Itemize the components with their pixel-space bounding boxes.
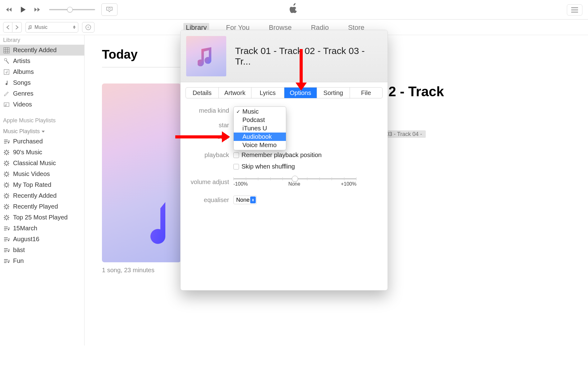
rewind-button[interactable] bbox=[6, 6, 13, 13]
sidebar-purchased[interactable]: Purchased bbox=[0, 136, 84, 147]
tab-details[interactable]: Details bbox=[186, 88, 219, 98]
gear-icon bbox=[3, 203, 10, 210]
playlist-icon bbox=[3, 247, 10, 254]
sidebar-songs[interactable]: Songs bbox=[0, 77, 84, 88]
media-kind-dropdown: ✓Music Podcast iTunes U Audiobook Voice … bbox=[233, 106, 286, 150]
album-icon bbox=[3, 69, 10, 75]
fast-forward-button[interactable] bbox=[33, 6, 40, 13]
range-mid: None bbox=[288, 181, 300, 187]
range-max: +100% bbox=[341, 181, 356, 187]
airplay-button[interactable] bbox=[101, 3, 117, 16]
nav-forward-button[interactable] bbox=[12, 22, 22, 33]
sidebar-august16[interactable]: August16 bbox=[0, 234, 84, 245]
tab-sorting[interactable]: Sorting bbox=[317, 88, 350, 98]
svg-line-43 bbox=[4, 172, 5, 173]
label-volume: volume adjust bbox=[181, 178, 233, 186]
svg-line-61 bbox=[4, 194, 5, 194]
option-podcast[interactable]: Podcast bbox=[234, 116, 286, 124]
grid-icon bbox=[3, 47, 10, 54]
option-itunesu[interactable]: iTunes U bbox=[234, 124, 286, 133]
options-form: media kind ✓Music Podcast iTunes U Audio… bbox=[181, 103, 388, 204]
playlist-icon bbox=[3, 225, 10, 232]
volume-slider[interactable] bbox=[49, 9, 95, 10]
sidebar-top-rated[interactable]: My Top Rated bbox=[0, 179, 84, 190]
cd-button[interactable] bbox=[82, 22, 94, 33]
side-selected-row[interactable]: 03 - Track 04 - bbox=[382, 130, 426, 138]
svg-point-29 bbox=[5, 162, 8, 165]
svg-line-52 bbox=[4, 183, 5, 183]
svg-line-12 bbox=[6, 61, 9, 64]
svg-line-27 bbox=[4, 154, 5, 155]
svg-point-65 bbox=[5, 205, 8, 208]
svg-point-20 bbox=[5, 151, 8, 154]
sidebar-15march[interactable]: 15March bbox=[0, 223, 84, 234]
play-button[interactable] bbox=[19, 6, 27, 13]
gear-icon bbox=[3, 149, 10, 156]
sidebar-albums[interactable]: Albums bbox=[0, 66, 84, 77]
sidebar: Library Recently Added Artists Albums So… bbox=[0, 35, 85, 345]
tab-file[interactable]: File bbox=[350, 88, 383, 98]
nav-back-button[interactable] bbox=[3, 22, 12, 33]
album-artwork[interactable] bbox=[102, 83, 181, 262]
sidebar-genres[interactable]: Genres bbox=[0, 88, 84, 99]
volume-adjust-slider[interactable]: -100% None +100% bbox=[233, 177, 356, 187]
svg-rect-2 bbox=[571, 10, 578, 10]
media-type-selector[interactable]: Music bbox=[25, 22, 78, 33]
sidebar-recently-added[interactable]: Recently Added bbox=[0, 45, 84, 56]
svg-point-56 bbox=[5, 194, 8, 197]
svg-line-25 bbox=[4, 150, 5, 151]
svg-rect-6 bbox=[4, 47, 9, 53]
sidebar-header-library: Library bbox=[0, 35, 84, 45]
label-equaliser: equaliser bbox=[181, 196, 233, 204]
svg-point-5 bbox=[88, 27, 89, 28]
sidebar-90s[interactable]: 90's Music bbox=[0, 147, 84, 158]
gear-icon bbox=[3, 214, 10, 221]
media-selector-label: Music bbox=[34, 25, 48, 30]
svg-line-34 bbox=[4, 161, 5, 162]
svg-line-54 bbox=[4, 187, 5, 187]
chevron-updown-icon bbox=[73, 25, 76, 29]
check-icon: ✓ bbox=[236, 109, 240, 115]
modal-artwork bbox=[186, 36, 226, 76]
playlist-icon bbox=[3, 258, 10, 264]
svg-line-46 bbox=[8, 172, 9, 173]
svg-line-28 bbox=[8, 150, 9, 151]
list-view-toggle[interactable] bbox=[567, 4, 582, 16]
option-audiobook[interactable]: Audiobook bbox=[234, 133, 286, 141]
label-playback: playback bbox=[181, 151, 233, 159]
sidebar-music-videos[interactable]: Music Videos bbox=[0, 169, 84, 179]
label-media-kind: media kind bbox=[181, 107, 233, 114]
svg-rect-1 bbox=[571, 7, 578, 8]
equaliser-select[interactable]: None bbox=[233, 196, 257, 204]
svg-line-62 bbox=[8, 197, 9, 198]
sidebar-recently-played[interactable]: Recently Played bbox=[0, 201, 84, 212]
sidebar-header-music-pl[interactable]: Music Playlists bbox=[0, 125, 84, 136]
remember-checkbox[interactable] bbox=[233, 152, 239, 158]
tab-artwork[interactable]: Artwork bbox=[219, 88, 252, 98]
tab-lyrics[interactable]: Lyrics bbox=[251, 88, 284, 98]
sidebar-header-apple: Apple Music Playlists bbox=[0, 115, 84, 125]
svg-line-35 bbox=[8, 165, 9, 165]
sidebar-videos[interactable]: Videos bbox=[0, 99, 84, 110]
skip-checkbox[interactable] bbox=[233, 164, 239, 169]
equaliser-value: None bbox=[236, 197, 250, 203]
svg-line-36 bbox=[4, 165, 5, 165]
skip-label: Skip when shuffling bbox=[241, 163, 295, 170]
svg-rect-3 bbox=[571, 12, 578, 12]
svg-line-44 bbox=[8, 176, 9, 176]
gear-icon bbox=[3, 192, 10, 199]
video-icon bbox=[3, 101, 10, 108]
sidebar-top25[interactable]: Top 25 Most Played bbox=[0, 212, 84, 223]
sidebar-classical[interactable]: Classical Music bbox=[0, 158, 84, 169]
option-voicememo[interactable]: Voice Memo bbox=[234, 141, 286, 149]
modal-title: Track 01 - Track 02 - Track 03 - Tr... bbox=[235, 46, 382, 67]
sidebar-artists[interactable]: Artists bbox=[0, 56, 84, 66]
svg-line-63 bbox=[4, 197, 5, 198]
sidebar-bast[interactable]: bäst bbox=[0, 245, 84, 255]
sidebar-fun[interactable]: Fun bbox=[0, 255, 84, 266]
svg-line-45 bbox=[4, 176, 5, 176]
sidebar-recently-added2[interactable]: Recently Added bbox=[0, 190, 84, 201]
svg-line-64 bbox=[8, 194, 9, 194]
svg-line-37 bbox=[8, 161, 9, 162]
option-music[interactable]: ✓Music bbox=[234, 107, 286, 116]
